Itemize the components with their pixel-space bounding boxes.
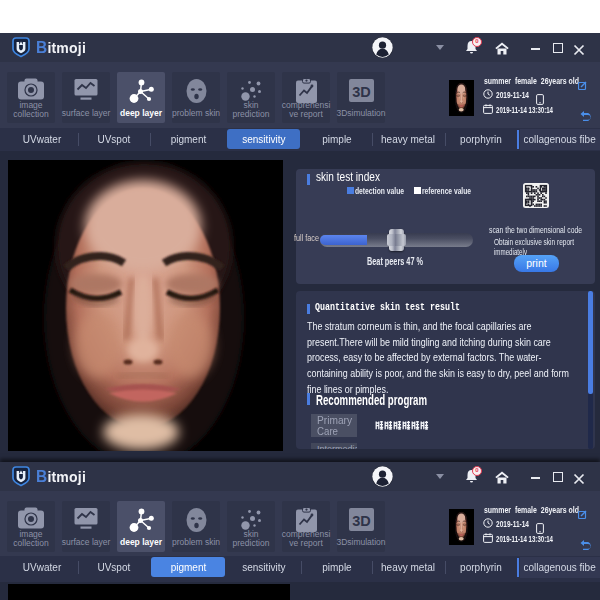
svg-text:3D: 3D <box>352 84 371 100</box>
svg-text:3D: 3D <box>352 513 371 529</box>
